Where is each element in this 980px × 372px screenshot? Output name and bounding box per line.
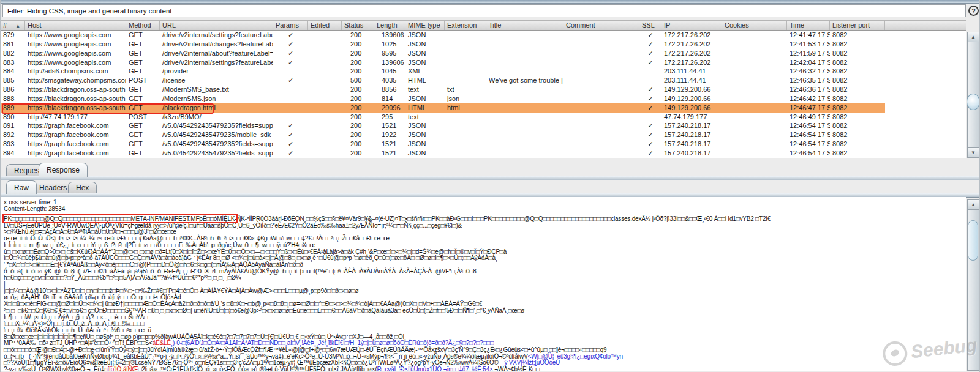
cell-port: 8082 — [830, 49, 885, 58]
cell-edited — [308, 94, 342, 103]
column-header-length[interactable]: Length — [374, 21, 405, 30]
cell-status: 200 — [342, 85, 374, 94]
cell-num: 885 — [1, 76, 25, 85]
cell-ext: json — [445, 94, 486, 103]
cell-params: ✓ — [273, 58, 308, 67]
cell-comment — [564, 149, 639, 158]
cell-title — [486, 103, 564, 113]
cell-port: 8082 — [830, 130, 885, 140]
tab-hex[interactable]: Hex — [68, 182, 97, 193]
response-scrollbar-thumb[interactable] — [968, 220, 978, 261]
table-row[interactable]: 890http://47.74.179.177POST/k3zo/B9MO/20… — [1, 113, 885, 122]
column-header-time[interactable]: Time — [787, 21, 830, 30]
cell-mime: text — [405, 85, 445, 94]
cell-host: https://blackdragon.oss-ap-south... — [25, 103, 126, 113]
help-icon[interactable]: ? — [968, 6, 979, 16]
filter-bar[interactable]: Filter: Hiding CSS, image and general bi… — [2, 4, 966, 17]
scroll-down-icon[interactable]: ▼ — [968, 147, 979, 157]
cell-comment — [564, 94, 639, 103]
cell-status: 200 — [342, 67, 374, 76]
table-scrollbar-thumb[interactable] — [967, 94, 980, 110]
column-header-ext[interactable]: Extension — [445, 21, 486, 30]
cell-edited — [308, 58, 342, 67]
column-header-port[interactable]: Listener port — [830, 21, 885, 30]
table-row[interactable]: 884http://ads6.chompsms.comGET/provider2… — [1, 67, 885, 76]
table-row[interactable]: 879https://www.googleapis.comGET/drive/v… — [1, 31, 885, 40]
cell-cookies — [722, 94, 787, 103]
response-raw-view[interactable]: x-oss-server-time: 1Content-Length: 2853… — [1, 197, 966, 371]
cell-mime: HTML — [405, 103, 445, 113]
table-row[interactable]: 893https://graph.facebook.comGET/v5.0/45… — [1, 140, 885, 149]
column-header-edited[interactable]: Edited — [308, 21, 342, 30]
cell-edited — [308, 113, 342, 122]
cell-mime: JSON — [405, 130, 445, 140]
cell-status: 500 — [342, 76, 374, 85]
cell-method: GET — [126, 31, 160, 40]
tab-response[interactable]: Response — [39, 163, 88, 177]
column-header-host[interactable]: Host — [25, 21, 126, 30]
cell-params: ✓ — [273, 121, 308, 130]
column-header-ssl[interactable]: SSL — [639, 21, 662, 30]
cell-title — [486, 94, 564, 103]
table-row[interactable]: 883https://www.googleapis.comGET/drive/v… — [1, 58, 885, 67]
column-header-mime[interactable]: MIME type — [405, 21, 445, 30]
cell-ssl: ✓ — [639, 103, 662, 113]
column-header-comment[interactable]: Comment — [564, 21, 639, 30]
cell-ext — [445, 121, 486, 130]
cell-method: GET — [126, 49, 160, 58]
table-row[interactable]: 888https://blackdragon.oss-ap-south...GE… — [1, 94, 885, 103]
scroll-up-icon[interactable]: ▲ — [968, 32, 979, 42]
window-top-strip — [1, 0, 980, 4]
table-row[interactable]: 889https://blackdragon.oss-ap-south...GE… — [1, 103, 885, 113]
cell-host: https://www.googleapis.com — [25, 31, 126, 40]
table-row[interactable]: 894https://graph.facebook.comGET/v5.0/45… — [1, 149, 885, 158]
cell-title — [486, 85, 564, 94]
table-row[interactable]: 891https://graph.facebook.comGET/v5.0/45… — [1, 121, 885, 130]
response-scrollbar[interactable]: ▲ — [967, 199, 979, 371]
column-header-params[interactable]: Params — [273, 21, 308, 30]
cell-ip: 157.240.218.17 — [662, 140, 722, 149]
cell-ip: 203.111.44.41 — [662, 76, 722, 85]
cell-method: POST — [126, 113, 160, 122]
table-scrollbar[interactable]: ▲ ▼ — [967, 32, 979, 158]
cell-status: 200 — [342, 149, 374, 158]
column-header-status[interactable]: Status — [342, 21, 374, 30]
cell-ip: 157.240.218.17 — [662, 149, 722, 158]
cell-url: /v5.0/454292435479235?fields=support... — [160, 121, 273, 130]
cell-cookies — [722, 67, 787, 76]
cell-ext — [445, 31, 486, 40]
column-header-method[interactable]: Method — [126, 21, 160, 30]
cell-ext — [445, 58, 486, 67]
column-header-ip[interactable]: IP — [662, 21, 722, 30]
table-row[interactable]: 882https://www.googleapis.comGET/drive/v… — [1, 49, 885, 58]
table-row[interactable]: 885http://smsgateway.chompsms.comPOST/li… — [1, 76, 885, 85]
column-header-cookies[interactable]: Cookies — [722, 21, 787, 30]
tab-raw[interactable]: Raw — [6, 180, 37, 194]
column-header-filler — [885, 21, 966, 30]
cell-host: https://blackdragon.oss-ap-south... — [25, 85, 126, 94]
cell-params — [273, 113, 308, 122]
scroll-up-icon[interactable]: ▲ — [968, 200, 979, 210]
cell-host: https://graph.facebook.com — [25, 121, 126, 130]
cell-method: POST — [126, 76, 160, 85]
cell-ext — [445, 40, 486, 49]
cell-title — [486, 58, 564, 67]
cell-length: 1521 — [374, 140, 405, 149]
cell-method: GET — [126, 85, 160, 94]
column-header-num[interactable]: #▲ — [1, 21, 25, 30]
cell-ext: txt — [445, 85, 486, 94]
cell-port: 8082 — [830, 58, 885, 67]
cell-num: 882 — [1, 49, 25, 58]
cell-length: 1045 — [374, 67, 405, 76]
cell-length: 29096 — [374, 103, 405, 113]
table-row[interactable]: 881https://www.googleapis.comGET/drive/v… — [1, 40, 885, 49]
table-row[interactable]: 886https://blackdragon.oss-ap-south...GE… — [1, 85, 885, 94]
cell-port: 8082 — [830, 40, 885, 49]
cell-ip: 149.129.200.66 — [662, 103, 722, 113]
column-header-url[interactable]: URL — [160, 21, 273, 30]
cell-params: ✓ — [273, 130, 308, 140]
cell-edited — [308, 130, 342, 140]
cell-params: ✓ — [273, 140, 308, 149]
table-row[interactable]: 892https://graph.facebook.comGET/v5.0/45… — [1, 130, 885, 140]
column-header-title[interactable]: Title — [486, 21, 564, 30]
